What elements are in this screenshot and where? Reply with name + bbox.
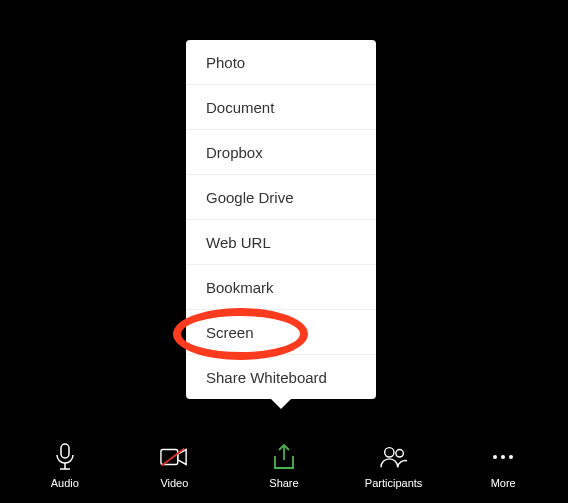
participants-label: Participants — [365, 477, 422, 489]
share-option-whiteboard[interactable]: Share Whiteboard — [186, 355, 376, 399]
share-option-web-url[interactable]: Web URL — [186, 220, 376, 265]
microphone-icon — [51, 443, 79, 471]
svg-point-5 — [384, 448, 393, 457]
share-icon — [270, 443, 298, 471]
video-label: Video — [160, 477, 188, 489]
more-label: More — [491, 477, 516, 489]
share-option-photo[interactable]: Photo — [186, 40, 376, 85]
share-label: Share — [269, 477, 298, 489]
share-menu-popup: Photo Document Dropbox Google Drive Web … — [186, 40, 376, 399]
more-icon — [489, 443, 517, 471]
svg-line-4 — [162, 449, 184, 466]
share-option-dropbox[interactable]: Dropbox — [186, 130, 376, 175]
video-button[interactable]: Video — [134, 443, 214, 489]
meeting-toolbar: Audio Video Share — [0, 443, 568, 489]
share-option-document[interactable]: Document — [186, 85, 376, 130]
audio-label: Audio — [51, 477, 79, 489]
more-button[interactable]: More — [463, 443, 543, 489]
svg-point-6 — [395, 450, 402, 457]
participants-icon — [380, 443, 408, 471]
share-button[interactable]: Share — [244, 443, 324, 489]
video-off-icon — [160, 443, 188, 471]
svg-rect-0 — [61, 444, 69, 458]
participants-button[interactable]: Participants — [354, 443, 434, 489]
audio-button[interactable]: Audio — [25, 443, 105, 489]
share-option-google-drive[interactable]: Google Drive — [186, 175, 376, 220]
share-option-screen[interactable]: Screen — [186, 310, 376, 355]
svg-rect-3 — [161, 450, 178, 465]
share-option-bookmark[interactable]: Bookmark — [186, 265, 376, 310]
